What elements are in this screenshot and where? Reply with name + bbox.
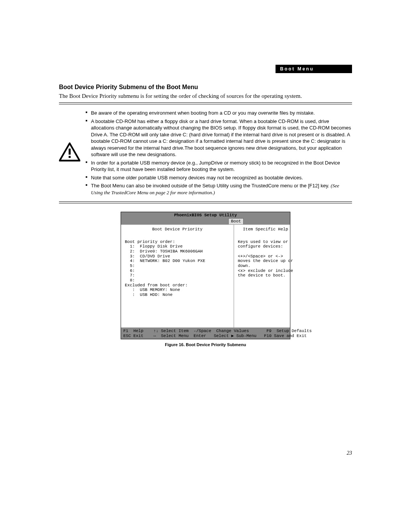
bios-right-title: Item Specific Help [238, 227, 293, 232]
page-header-bar: Boot Menu [276, 65, 352, 73]
section-title: Boot Device Priority Submenu of the Boot… [59, 84, 352, 91]
figure-caption: Figure 16. Boot Device Priority Submenu [59, 342, 352, 347]
notes-list: Be aware of the operating environment wh… [86, 108, 352, 198]
bios-boot-order-list[interactable]: Boot priority order: 1: Floppy Disk Driv… [125, 240, 230, 297]
note-item: In order for a portable USB memory devic… [86, 160, 352, 173]
note-item: Note that some older portable USB memory… [86, 174, 352, 181]
svg-rect-2 [68, 156, 70, 158]
svg-rect-1 [68, 149, 70, 155]
bios-tab-strip: Boot [121, 218, 290, 224]
bios-title: PhoenixBIOS Setup Utility [121, 212, 290, 219]
page-number: 23 [347, 450, 352, 456]
bios-footer: F1 Help ↑↓ Select Item -/Space Change Va… [121, 328, 290, 339]
bottom-rule [59, 201, 352, 203]
note-item: Be aware of the operating environment wh… [86, 110, 352, 117]
bios-screenshot: PhoenixBIOS Setup Utility Boot Boot Devi… [121, 212, 290, 340]
bios-left-block: Boot priority order: 1: Floppy Disk Driv… [125, 240, 230, 297]
warning-icon [59, 142, 82, 163]
note-item: A bootable CD-ROM has either a floppy di… [86, 118, 352, 158]
bios-footer-line1: F1 Help ↑↓ Select Item -/Space Change Va… [123, 329, 312, 333]
bios-tab-boot[interactable]: Boot [228, 218, 244, 224]
bios-left-title: Boot Device Priority [125, 227, 230, 232]
top-rule [59, 102, 352, 104]
section-intro: The Boot Device Priority submenu is for … [59, 93, 352, 99]
note5-prefix: The Boot Menu can also be invoked outsid… [91, 183, 331, 189]
bios-right-block: Keys used to view or configure devices: … [238, 240, 293, 278]
note-item: The Boot Menu can also be invoked outsid… [86, 182, 352, 196]
bios-footer-line2: ESC Exit ↔ Select Menu Enter Select ▶ Su… [123, 334, 307, 338]
